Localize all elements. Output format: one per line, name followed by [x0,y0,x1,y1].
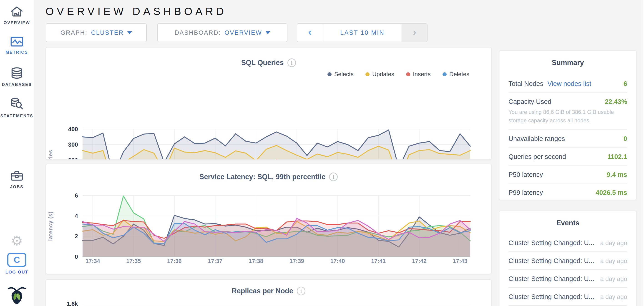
legend-dot [328,72,332,76]
svg-text:17:34: 17:34 [86,258,100,264]
svg-text:queries: queries [47,150,54,160]
chart-title: SQL Queries [241,59,284,67]
svg-text:0: 0 [75,253,78,260]
svg-text:400: 400 [68,126,78,132]
sidebar-item-jobs[interactable]: JOBS [0,170,34,189]
sidebar-item-metrics[interactable]: METRICS [0,36,34,55]
p50-latency-value: 9.4 ms [607,171,627,178]
page-title: OVERVIEW DASHBOARD [46,5,492,18]
p99-latency-value: 4026.5 ms [596,189,627,196]
time-range-value[interactable]: LAST 10 MIN [323,24,402,42]
chevron-down-icon [127,31,132,34]
summary-panel: Summary Total Nodes View nodes list 6 Ca… [499,50,637,200]
dashboard-dropdown-label: DASHBOARD: [175,29,221,36]
info-icon[interactable]: i [329,172,338,181]
sidebar-item-databases[interactable]: DATABASES [0,67,34,87]
summary-row-total-nodes: Total Nodes View nodes list 6 [508,74,627,92]
svg-text:17:40: 17:40 [330,258,345,264]
svg-text:1.6k: 1.6k [66,300,78,306]
sidebar-item-label: JOBS [0,184,34,189]
summary-row-capacity: Capacity Used 22.43% You are using 86.6 … [508,92,627,130]
logout-button[interactable]: C LOG OUT [0,253,34,275]
cockroach-logo[interactable] [0,284,34,305]
database-icon [10,67,23,79]
events-list: Cluster Setting Changed: U... a day ago … [508,234,627,306]
chart-header: Service Latency: SQL, 99th percentile i [46,172,491,181]
summary-list: Total Nodes View nodes list 6 Capacity U… [508,74,627,200]
legend-dot [406,72,410,76]
unavailable-ranges-value: 0 [624,135,627,142]
sidebar: OVERVIEW METRICS DATABASES STATEMENTS [0,0,34,306]
chevron-down-icon [266,31,270,34]
graph-dropdown-label: GRAPH: [60,29,88,36]
legend-dot [366,72,370,76]
legend-item-deletes[interactable]: Deletes [442,71,469,78]
time-next-button[interactable]: › [402,24,427,42]
info-icon[interactable]: i [288,58,296,67]
chart-legend: Selects Updates Inserts Deletes [328,71,469,78]
home-icon [10,6,24,17]
svg-text:17:38: 17:38 [249,258,263,264]
legend-item-updates[interactable]: Updates [366,71,394,78]
sidebar-item-label: METRICS [0,50,34,55]
service-latency-chart[interactable]: 17:3417:3517:3617:3717:3817:3917:4017:41… [46,192,482,271]
event-row: Cluster Setting Changed: U... a day ago [508,288,627,306]
service-latency-card: Service Latency: SQL, 99th percentile i … [46,164,492,274]
dashboard-dropdown[interactable]: DASHBOARD: OVERVIEW [157,24,288,42]
svg-text:300: 300 [68,141,78,148]
svg-text:4: 4 [75,212,78,220]
events-title: Events [508,219,627,227]
view-nodes-link[interactable]: View nodes list [547,80,591,88]
svg-text:200: 200 [68,157,78,160]
info-icon[interactable]: i [297,287,306,295]
svg-text:6: 6 [75,192,78,199]
sidebar-item-label: OVERVIEW [0,20,34,25]
sidebar-item-label: DATABASES [0,82,34,87]
capacity-subtext: You are using 86.6 GiB of 386.1 GiB usab… [508,108,627,124]
legend-item-selects[interactable]: Selects [328,71,354,78]
briefcase-icon [10,170,24,182]
replicas-per-node-card: Replicas per Node i 1.6k [46,280,492,306]
legend-item-inserts[interactable]: Inserts [406,71,431,78]
replicas-per-node-chart[interactable]: 1.6k [46,298,482,306]
settings-button[interactable]: ⚙ [0,234,34,247]
sidebar-item-overview[interactable]: OVERVIEW [0,6,34,25]
events-panel: Events Cluster Setting Changed: U... a d… [499,211,637,306]
event-row: Cluster Setting Changed: U... a day ago [508,234,627,252]
logout-label: LOG OUT [0,270,34,275]
chart-title: Service Latency: SQL, 99th percentile [200,173,326,181]
capacity-used-value: 22.43% [605,98,627,106]
summary-title: Summary [508,59,627,67]
chart-header: SQL Queries i [46,58,491,67]
sql-queries-chart[interactable]: 17:3417:3517:3617:3717:3817:3917:4017:41… [46,125,482,160]
summary-row-qps: Queries per second 1102.1 [508,148,627,166]
graph-dropdown-value: CLUSTER [91,29,124,36]
summary-row-p99: P99 latency 4026.5 ms [508,184,627,200]
graph-dropdown[interactable]: GRAPH: CLUSTER [46,24,147,42]
chart-header: Replicas per Node i [46,287,491,295]
sidebar-item-statements[interactable]: STATEMENTS [0,98,34,118]
event-row: Cluster Setting Changed: U... a day ago [508,252,627,270]
legend-dot [442,72,446,76]
svg-text:2: 2 [75,233,78,240]
scrollbar[interactable] [642,0,644,306]
sidebar-item-label: STATEMENTS [0,114,34,118]
summary-row-p50: P50 latency 9.4 ms [508,166,627,184]
svg-text:17:39: 17:39 [290,258,304,264]
svg-text:17:41: 17:41 [371,258,386,264]
metrics-icon [10,36,24,47]
total-nodes-value: 6 [624,80,627,88]
svg-text:17:35: 17:35 [126,258,141,264]
gear-icon: ⚙ [11,233,23,248]
main-content: OVERVIEW DASHBOARD GRAPH: CLUSTER DASHBO… [46,0,492,306]
chart-title: Replicas per Node [232,287,293,295]
statements-icon [10,98,24,110]
time-prev-button[interactable]: ‹ [297,24,323,42]
dashboard-dropdown-value: OVERVIEW [224,29,262,36]
svg-text:17:37: 17:37 [208,258,222,264]
svg-text:latency (s): latency (s) [47,212,54,241]
logout-icon: C [7,253,26,267]
sql-queries-card: SQL Queries i Selects Updates Inserts De… [46,47,492,160]
svg-text:17:42: 17:42 [412,258,426,264]
svg-text:17:36: 17:36 [167,258,182,264]
